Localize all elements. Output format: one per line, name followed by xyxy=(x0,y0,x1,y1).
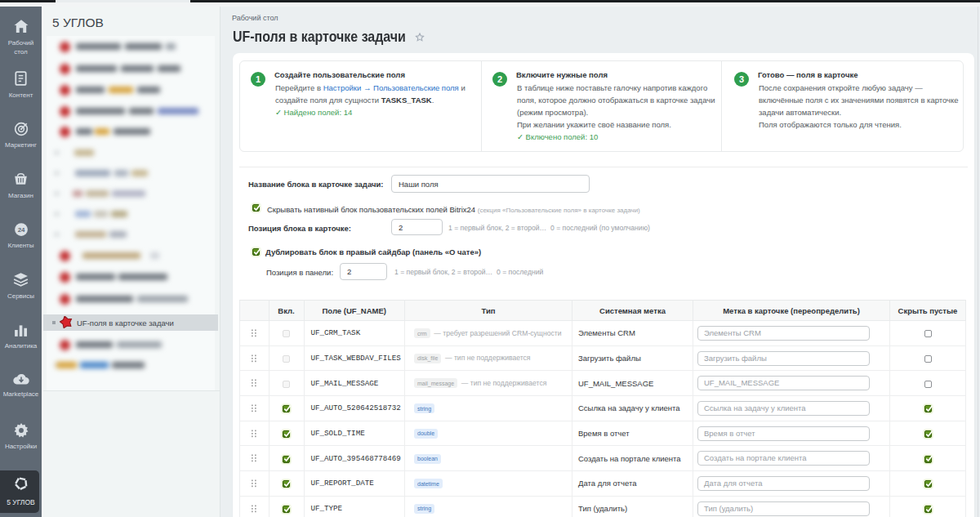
svg-text:24: 24 xyxy=(17,226,24,234)
